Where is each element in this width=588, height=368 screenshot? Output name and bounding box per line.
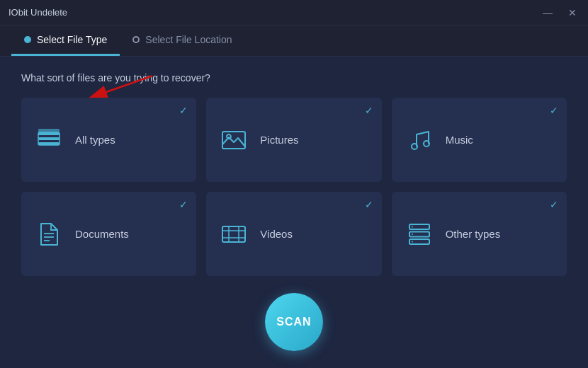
card-documents-label: Documents bbox=[75, 228, 129, 240]
card-videos-label: Videos bbox=[260, 228, 293, 240]
other-types-icon bbox=[406, 221, 433, 248]
tab-select-file-location[interactable]: Select File Location bbox=[120, 25, 244, 56]
file-type-grid: All types ✓ Pictures ✓ Music ✓ bbox=[21, 98, 567, 276]
titlebar: IObit Undelete — ✕ bbox=[0, 0, 588, 25]
svg-point-8 bbox=[227, 134, 231, 139]
card-music-label: Music bbox=[446, 134, 473, 146]
documents-icon bbox=[35, 221, 62, 248]
scan-area: SCAN bbox=[21, 287, 567, 354]
card-music-check: ✓ bbox=[550, 105, 558, 116]
page-subtitle: What sort of files are you trying to rec… bbox=[21, 72, 567, 84]
card-other-types[interactable]: Other types ✓ bbox=[392, 192, 567, 276]
card-videos-check: ✓ bbox=[365, 199, 373, 210]
videos-icon bbox=[220, 221, 247, 248]
tab-dot-file-type bbox=[24, 36, 31, 43]
tab-bar: Select File Type Select File Location bbox=[0, 25, 588, 57]
tab-label-file-location: Select File Location bbox=[145, 34, 232, 45]
minimize-button[interactable]: — bbox=[540, 6, 555, 20]
card-pictures-label: Pictures bbox=[260, 134, 298, 146]
card-other-types-label: Other types bbox=[446, 228, 501, 240]
card-documents[interactable]: Documents ✓ bbox=[21, 192, 196, 276]
tab-select-file-type[interactable]: Select File Type bbox=[11, 25, 120, 56]
card-all-types-label: All types bbox=[75, 134, 115, 146]
pictures-icon bbox=[220, 127, 247, 154]
svg-rect-6 bbox=[38, 129, 60, 132]
tab-dot-file-location bbox=[132, 36, 140, 43]
svg-rect-3 bbox=[38, 137, 60, 140]
tab-label-file-type: Select File Type bbox=[37, 34, 107, 45]
all-types-icon bbox=[35, 127, 62, 154]
app-title: IObit Undelete bbox=[9, 7, 67, 18]
titlebar-controls: — ✕ bbox=[540, 6, 579, 20]
card-pictures-check: ✓ bbox=[365, 105, 373, 116]
card-all-types[interactable]: All types ✓ bbox=[21, 98, 196, 182]
card-videos[interactable]: Videos ✓ bbox=[206, 192, 381, 276]
card-documents-check: ✓ bbox=[179, 199, 188, 210]
card-all-types-check: ✓ bbox=[179, 105, 188, 116]
main-content: What sort of files are you trying to rec… bbox=[0, 57, 588, 368]
card-other-types-check: ✓ bbox=[550, 199, 558, 210]
svg-rect-14 bbox=[222, 226, 245, 242]
scan-button[interactable]: SCAN bbox=[265, 293, 323, 351]
close-button[interactable]: ✕ bbox=[565, 6, 579, 20]
music-icon bbox=[406, 127, 433, 154]
card-pictures[interactable]: Pictures ✓ bbox=[206, 98, 381, 182]
card-music[interactable]: Music ✓ bbox=[392, 98, 567, 182]
